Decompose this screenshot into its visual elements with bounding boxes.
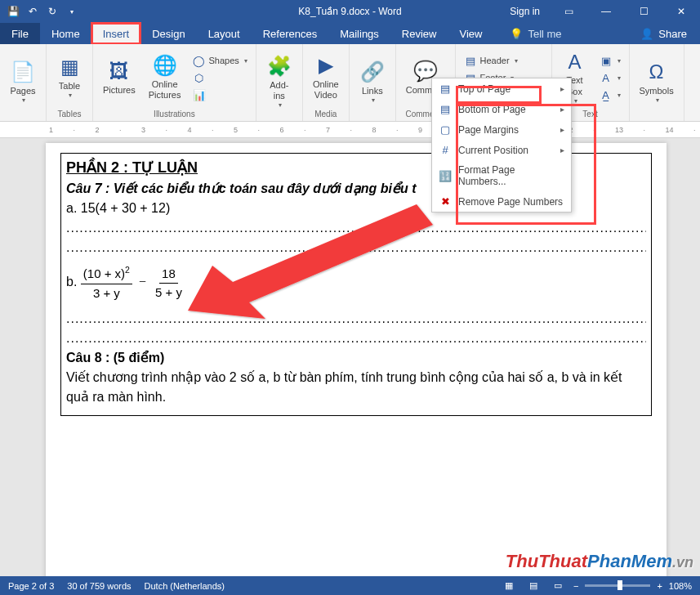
tables-group-label: Tables [58, 108, 82, 121]
pages-button[interactable]: 📄Pages▾ [5, 59, 41, 106]
smartart-icon: ⬡ [193, 72, 206, 84]
status-words[interactable]: 30 of 759 words [67, 581, 131, 591]
zoom-out-button[interactable]: − [573, 581, 578, 591]
document-title: K8_Tuần 9.docx - Word [298, 6, 401, 17]
zoom-slider[interactable] [585, 584, 650, 587]
header-icon: ▤ [464, 55, 477, 67]
chart-icon: 📊 [193, 89, 206, 101]
tab-insert[interactable]: Insert [91, 23, 141, 44]
document-area[interactable]: PHẦN 2 : TỰ LUẬN Câu 7 : Viết các biểu t… [0, 138, 700, 579]
zoom-in-button[interactable]: + [657, 581, 662, 591]
table-icon: ▦ [60, 56, 79, 79]
menu-bottom-of-page[interactable]: ▤Bottom of Page▸ [432, 99, 571, 119]
tab-references[interactable]: References [252, 23, 328, 44]
menu-format-page-numbers[interactable]: 🔢Format Page Numbers... [432, 160, 571, 191]
heading-phan2: PHẦN 2 : TỰ LUẬN [66, 159, 198, 176]
dotted-line: ........................................… [66, 329, 646, 348]
question-7a: a. 15(4 + 30 + 12) [66, 201, 170, 215]
shapes-button[interactable]: ◯Shapes▾ [189, 53, 251, 69]
tab-home[interactable]: Home [40, 23, 91, 44]
smartart-button[interactable]: ⬡ [189, 70, 251, 86]
top-page-icon: ▤ [439, 83, 452, 95]
quickparts-button[interactable]: ▣▾ [596, 53, 624, 69]
question-8-title: Câu 8 : (5 điểm) [66, 351, 164, 365]
ribbon-insert: 📄Pages▾ ▦Table▾ Tables 🖼Pictures 🌐Online… [0, 44, 700, 122]
dotted-line: ........................................… [66, 309, 646, 329]
dotted-line: ........................................… [66, 218, 646, 238]
page-number-menu: ▤Top of Page▸ ▤Bottom of Page▸ ▢Page Mar… [431, 78, 572, 212]
tab-view[interactable]: View [448, 23, 493, 44]
share-button[interactable]: 👤Share [627, 23, 700, 44]
minimize-icon[interactable]: — [587, 0, 625, 23]
wordart-icon: A [600, 72, 613, 84]
illustrations-group-label: Illustrations [154, 108, 195, 121]
online-pictures-icon: 🌐 [153, 54, 177, 78]
status-bar: Page 2 of 3 30 of 759 words Dutch (Nethe… [0, 576, 700, 595]
bottom-page-icon: ▤ [439, 103, 452, 115]
watermark: ThuThuatPhanMem.vn [506, 551, 693, 572]
page: PHẦN 2 : TỰ LUẬN Câu 7 : Viết các biểu t… [46, 143, 667, 579]
online-video-button[interactable]: ▶Online Video [308, 52, 344, 102]
dropcap-icon: A̲ [600, 89, 613, 101]
tell-me-search[interactable]: 💡Tell me [498, 23, 573, 44]
wordart-button[interactable]: A▾ [596, 70, 624, 86]
zoom-level[interactable]: 108% [669, 581, 692, 591]
links-icon: 🔗 [360, 60, 385, 84]
sign-in-link[interactable]: Sign in [500, 6, 550, 17]
read-mode-icon[interactable]: ▦ [500, 579, 518, 593]
undo-icon[interactable]: ↶ [25, 3, 41, 20]
text-group-label: Text [582, 108, 597, 121]
maximize-icon[interactable]: ☐ [625, 0, 662, 23]
ribbon-tabs: File Home Insert Design Layout Reference… [0, 23, 700, 44]
addins-icon: 🧩 [267, 55, 292, 78]
media-group-label: Media [314, 108, 337, 121]
close-icon[interactable]: ✕ [662, 0, 700, 23]
tab-design[interactable]: Design [140, 23, 196, 44]
symbols-button[interactable]: ΩSymbols▾ [635, 59, 679, 106]
question-7b: b. (10 + x)23 + y − 185 + y [66, 275, 185, 289]
submenu-arrow-icon: ▸ [560, 84, 564, 93]
title-bar: 💾 ↶ ↻ ▾ K8_Tuần 9.docx - Word Sign in ▭ … [0, 0, 700, 23]
margins-icon: ▢ [439, 123, 452, 136]
menu-remove-page-numbers[interactable]: ✖Remove Page Numbers [432, 191, 571, 212]
current-pos-icon: # [439, 144, 452, 156]
remove-icon: ✖ [439, 195, 452, 208]
pictures-icon: 🖼 [109, 60, 129, 83]
share-icon: 👤 [640, 28, 653, 40]
bulb-icon: 💡 [510, 28, 523, 40]
qat-customize-icon[interactable]: ▾ [64, 3, 80, 20]
menu-page-margins[interactable]: ▢Page Margins▸ [432, 119, 571, 140]
status-language[interactable]: Dutch (Netherlands) [145, 581, 225, 591]
ribbon-display-icon[interactable]: ▭ [550, 0, 587, 23]
menu-top-of-page[interactable]: ▤Top of Page▸ [432, 78, 571, 99]
header-button[interactable]: ▤Header▾ [461, 53, 546, 69]
dotted-line: ........................................… [66, 238, 646, 257]
pictures-button[interactable]: 🖼Pictures [98, 58, 140, 97]
tab-file[interactable]: File [0, 23, 40, 44]
addins-button[interactable]: 🧩Add- ins▾ [261, 53, 297, 111]
tab-mailings[interactable]: Mailings [328, 23, 390, 44]
dropcap-button[interactable]: A̲▾ [596, 87, 624, 103]
symbols-icon: Ω [649, 60, 664, 84]
format-icon: 🔢 [439, 170, 452, 182]
quickparts-icon: ▣ [600, 55, 613, 67]
video-icon: ▶ [319, 54, 333, 78]
status-page[interactable]: Page 2 of 3 [8, 581, 54, 591]
horizontal-ruler[interactable]: 1 · 2 · 3 · 4 · 5 · 6 · 7 · 8 · 9 · 10 ·… [0, 122, 700, 138]
shapes-icon: ◯ [193, 55, 206, 67]
web-layout-icon[interactable]: ▭ [549, 579, 567, 593]
print-layout-icon[interactable]: ▤ [524, 579, 542, 593]
save-icon[interactable]: 💾 [5, 3, 21, 20]
table-button[interactable]: ▦Table▾ [51, 54, 87, 101]
pages-icon: 📄 [11, 60, 35, 84]
chart-button[interactable]: 📊 [189, 87, 251, 103]
online-pictures-button[interactable]: 🌐Online Pictures [144, 52, 186, 102]
tab-layout[interactable]: Layout [197, 23, 252, 44]
tab-review[interactable]: Review [390, 23, 448, 44]
submenu-arrow-icon: ▸ [560, 145, 564, 154]
redo-icon[interactable]: ↻ [44, 3, 60, 20]
submenu-arrow-icon: ▸ [560, 125, 564, 134]
links-button[interactable]: 🔗Links▾ [354, 59, 390, 106]
menu-current-position[interactable]: #Current Position▸ [432, 140, 571, 160]
question-7-title: Câu 7 : Viết các biểu thức toán sau đây … [66, 181, 417, 195]
